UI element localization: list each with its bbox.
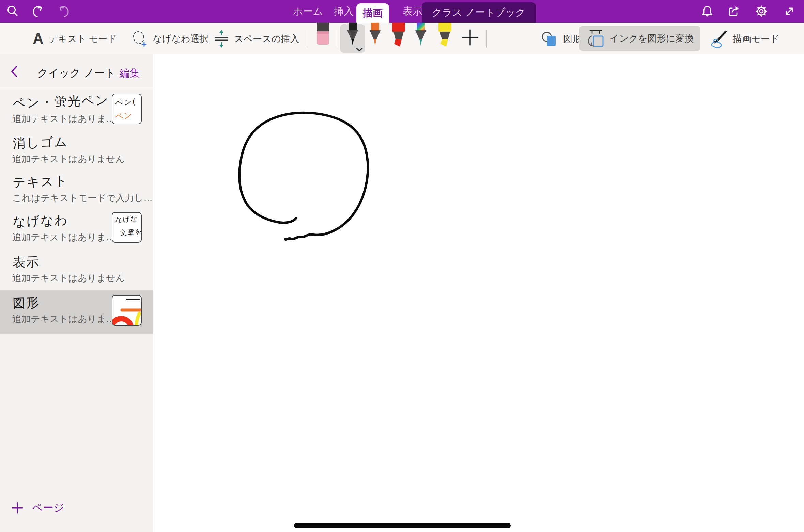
shapes-label: 図形	[563, 33, 582, 45]
page-list-sidebar: クイック ノート 編集 ペン・蛍光ペン 追加テキストはありま… ペン( ペン 消…	[0, 54, 153, 532]
page-thumbnail: なげな 文章を	[112, 212, 142, 243]
page-subtitle: これはテキストモードで入力し…	[12, 192, 153, 204]
thumb-ink-text: ペン	[115, 110, 133, 122]
undo-icon[interactable]	[31, 5, 44, 18]
thumb-ink-text: 文章を	[120, 227, 142, 238]
add-page-button[interactable]: ページ	[0, 494, 153, 521]
page-subtitle: 追加テキストはありません	[12, 272, 125, 284]
thumb-ink-text: なげな	[115, 214, 138, 225]
shapes-icon	[541, 30, 558, 48]
text-mode-label: テキスト モード	[49, 33, 117, 45]
shapes-button[interactable]: 図形	[541, 23, 582, 54]
page-title-handwritten: なげなわ	[12, 211, 68, 230]
page-thumbnail	[112, 295, 142, 326]
search-icon[interactable]	[6, 5, 19, 18]
page-subtitle: 追加テキストはありません	[12, 153, 125, 165]
drawing-canvas[interactable]	[154, 54, 804, 532]
tab-home[interactable]: ホーム	[285, 0, 330, 23]
eraser-tool[interactable]	[315, 23, 330, 45]
page-list-item[interactable]: テキスト これはテキストモードで入力し…	[0, 170, 153, 210]
page-subtitle: 追加テキストはありま…	[12, 231, 115, 243]
page-title-handwritten: 図形	[12, 294, 40, 312]
page-subtitle: 追加テキストはありま…	[12, 313, 115, 325]
redo-icon[interactable]	[57, 5, 70, 18]
ink-to-shape-toggle[interactable]: インクを図形に変換	[579, 26, 700, 51]
text-mode-button[interactable]: A テキスト モード	[33, 23, 117, 54]
onenote-app: ホーム 挿入 描画 表示 クラス ノートブック A テキスト	[0, 0, 804, 532]
add-page-label: ページ	[32, 501, 64, 515]
tab-class-notebook[interactable]: クラス ノートブック	[422, 2, 536, 23]
page-title-handwritten: 消しゴム	[12, 133, 68, 152]
lasso-label: なげなわ選択	[153, 33, 209, 45]
edit-button[interactable]: 編集	[120, 66, 140, 80]
text-mode-icon: A	[33, 31, 44, 46]
galaxy-pen[interactable]	[413, 23, 429, 50]
draw-mode-button[interactable]: 描画モード	[709, 23, 779, 54]
insert-space-button[interactable]: スペースの挿入	[214, 23, 299, 54]
ink-to-shape-label: インクを図形に変換	[610, 32, 694, 45]
fullscreen-expand-icon[interactable]	[783, 5, 796, 18]
page-title-handwritten: 表示	[12, 253, 40, 271]
insert-space-icon	[214, 29, 229, 48]
red-highlighter[interactable]	[389, 23, 407, 49]
tab-draw[interactable]: 描画	[356, 3, 389, 23]
black-pen-selected-background[interactable]	[340, 24, 365, 53]
page-list-item[interactable]: 消しゴム 追加テキストはありません	[0, 130, 153, 171]
toolbar-divider	[308, 30, 308, 48]
plus-icon	[12, 502, 23, 514]
page-list-item[interactable]: なげなわ 追加テキストはありま… なげな 文章を	[0, 209, 153, 249]
ink-to-shape-icon	[586, 29, 605, 48]
share-icon[interactable]	[727, 5, 740, 18]
page-list-item-selected[interactable]: 図形 追加テキストはありま…	[0, 290, 153, 334]
page-list-item[interactable]: ペン・蛍光ペン 追加テキストはありま… ペン( ペン	[0, 90, 153, 130]
top-app-bar: ホーム 挿入 描画 表示 クラス ノートブック	[0, 0, 804, 23]
settings-gear-icon[interactable]	[755, 5, 768, 18]
lasso-select-button[interactable]: なげなわ選択	[131, 23, 209, 54]
lasso-icon	[131, 30, 148, 48]
insert-space-label: スペースの挿入	[234, 33, 299, 45]
page-title-handwritten: テキスト	[12, 172, 68, 191]
thumb-ink-text: ペン(	[115, 96, 136, 108]
pen-options-chevron-down-icon	[356, 47, 363, 51]
orange-pen[interactable]	[367, 23, 383, 50]
black-pen-icon	[345, 23, 360, 49]
yellow-highlighter[interactable]	[435, 23, 454, 49]
page-list-item[interactable]: 表示 追加テキストはありません	[0, 249, 153, 290]
page-thumbnail: ペン( ペン	[112, 94, 142, 124]
thumb-ink-shapes	[112, 296, 141, 325]
page-title-handwritten: ペン・蛍光ペン	[12, 92, 109, 112]
toolbar-divider	[336, 30, 336, 48]
sidebar-header: クイック ノート 編集	[0, 54, 153, 88]
toolbar-divider	[486, 30, 487, 48]
draw-mode-icon	[709, 30, 728, 48]
notifications-bell-icon[interactable]	[701, 5, 714, 18]
draw-mode-label: 描画モード	[733, 33, 779, 45]
add-pen-button[interactable]	[461, 28, 480, 47]
home-indicator[interactable]	[294, 523, 511, 528]
tab-insert[interactable]: 挿入	[326, 0, 361, 23]
page-subtitle: 追加テキストはありま…	[12, 113, 115, 125]
